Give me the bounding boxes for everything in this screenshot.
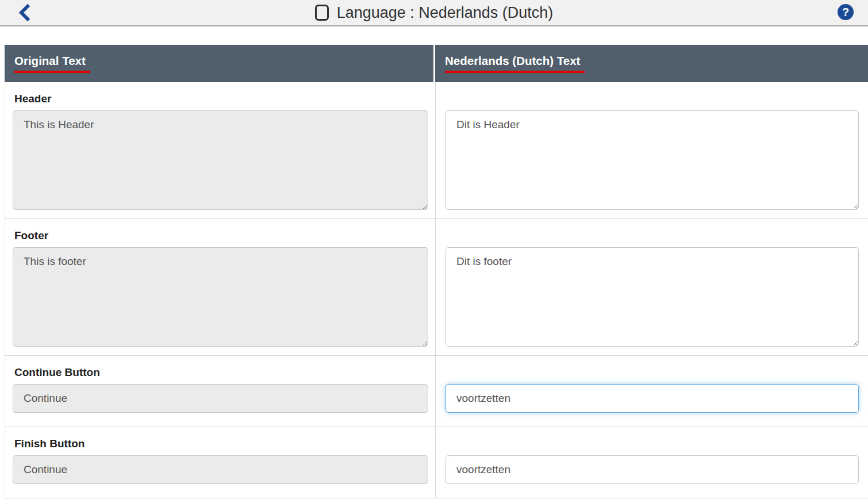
table-row-header: Header This is Header Dit is Header: [5, 82, 868, 219]
column-header-original: Original Text: [5, 45, 435, 82]
page-title: Language : Nederlands (Dutch): [337, 4, 554, 22]
field-label-continue-button: Continue Button: [14, 366, 435, 379]
table-row-finish-button: Finish Button: [5, 427, 868, 498]
help-button[interactable]: ?: [838, 4, 854, 20]
chevron-left-icon: [17, 4, 30, 21]
table-header: Original Text Nederlands (Dutch) Text: [5, 45, 868, 82]
original-footer-textarea[interactable]: This is footer: [13, 247, 428, 347]
question-mark-icon: ?: [842, 6, 849, 18]
back-button[interactable]: [14, 3, 33, 22]
translation-table: Original Text Nederlands (Dutch) Text He…: [5, 45, 868, 498]
table-row-continue-button: Continue Button: [5, 356, 868, 427]
column-header-translation: Nederlands (Dutch) Text: [435, 45, 868, 82]
translation-continue-input[interactable]: [445, 384, 859, 413]
original-finish-input[interactable]: [13, 455, 428, 484]
original-continue-input[interactable]: [13, 384, 428, 413]
translation-footer-textarea[interactable]: Dit is footer: [445, 247, 859, 347]
column-header-translation-label: Nederlands (Dutch) Text: [445, 54, 585, 73]
table-row-footer: Footer This is footer Dit is footer: [5, 219, 868, 356]
language-checkbox[interactable]: [315, 5, 329, 21]
translation-header-textarea[interactable]: Dit is Header: [445, 110, 859, 210]
field-label-finish-button: Finish Button: [14, 437, 435, 451]
field-label-footer: Footer: [14, 229, 435, 243]
original-header-textarea[interactable]: This is Header: [13, 110, 428, 210]
translation-finish-input[interactable]: [445, 455, 859, 484]
title-group: Language : Nederlands (Dutch): [315, 4, 554, 22]
column-header-original-label: Original Text: [14, 54, 90, 73]
top-bar: Language : Nederlands (Dutch) ?: [0, 0, 868, 26]
field-label-header: Header: [14, 92, 435, 106]
